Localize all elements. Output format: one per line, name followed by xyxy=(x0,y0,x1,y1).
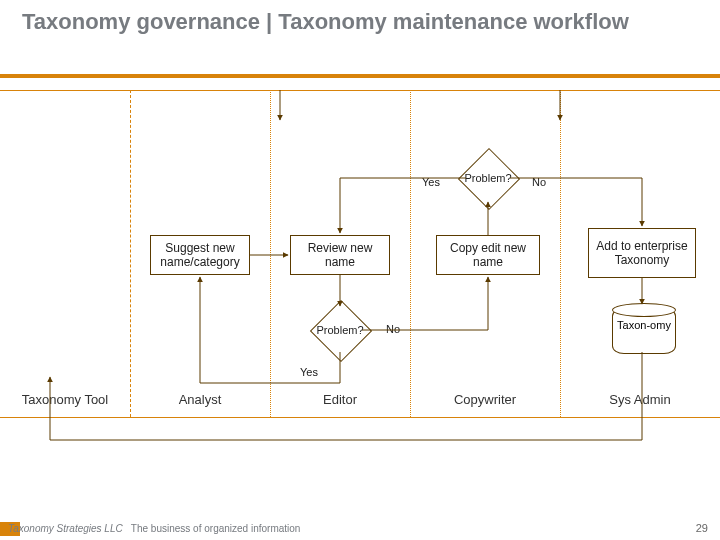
decision-copywriter: Problem? xyxy=(458,148,518,208)
lane-divider xyxy=(410,90,411,417)
role-tool: Taxonomy Tool xyxy=(0,392,130,407)
lane-divider xyxy=(560,90,561,417)
role-sysadmin: Sys Admin xyxy=(560,392,720,407)
top-rule xyxy=(0,90,720,91)
page-number: 29 xyxy=(696,522,708,534)
label-no-bottom: No xyxy=(386,323,400,335)
label-yes-top: Yes xyxy=(422,176,440,188)
role-copywriter: Copywriter xyxy=(410,392,560,407)
title-underline xyxy=(0,74,720,78)
label-yes-bottom: Yes xyxy=(300,366,318,378)
label-no-top: No xyxy=(532,176,546,188)
footer-text: Taxonomy Strategies LLC The business of … xyxy=(8,523,300,534)
decision-editor: Problem? xyxy=(310,300,370,360)
box-copyedit: Copy edit new name xyxy=(436,235,540,275)
box-review: Review new name xyxy=(290,235,390,275)
bottom-rule xyxy=(0,417,720,418)
box-add-enterprise: Add to enterprise Taxonomy xyxy=(588,228,696,278)
role-editor: Editor xyxy=(270,392,410,407)
lane-divider xyxy=(270,90,271,417)
db-taxonomy: Taxon-omy xyxy=(612,308,676,354)
role-analyst: Analyst xyxy=(130,392,270,407)
box-suggest: Suggest new name/category xyxy=(150,235,250,275)
page-title: Taxonomy governance | Taxonomy maintenan… xyxy=(22,8,629,36)
lane-divider xyxy=(130,90,131,417)
